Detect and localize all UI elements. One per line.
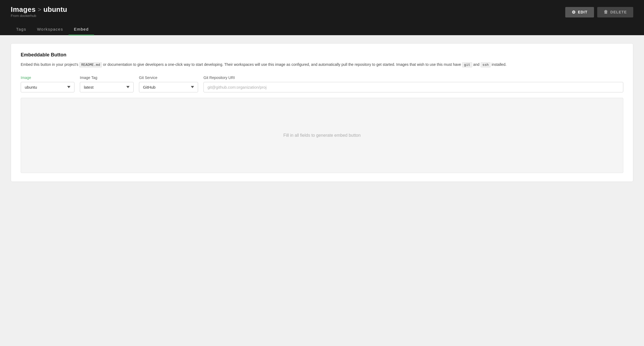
image-field-group: Image ubuntu (21, 75, 74, 92)
embed-card: Embeddable Button Embed this button in y… (11, 43, 633, 182)
breadcrumb-current: ubuntu (43, 5, 67, 14)
breadcrumb-separator: > (38, 6, 41, 13)
desc-part2: or documentation to give developers a on… (103, 62, 461, 67)
image-label: Image (21, 75, 74, 80)
desc-part3: and (473, 62, 480, 67)
git-repo-label: Git Repository URI (203, 75, 623, 80)
git-repo-input[interactable] (203, 82, 623, 92)
tab-embed[interactable]: Embed (69, 23, 94, 35)
git-service-select[interactable]: GitHub GitLab Bitbucket (139, 82, 198, 92)
gear-icon: ⚙ (572, 10, 576, 15)
readme-code: README.md (79, 62, 102, 67)
git-repo-field-group: Git Repository URI (203, 75, 623, 92)
edit-button[interactable]: ⚙ EDIT (565, 7, 594, 17)
header-top: Images > ubuntu From dockerhub ⚙ EDIT 🗑 … (11, 0, 633, 22)
main-content: Embeddable Button Embed this button in y… (0, 35, 644, 190)
header-subtitle: From dockerhub (11, 14, 67, 19)
ssh-code: ssh (481, 62, 491, 67)
header: Images > ubuntu From dockerhub ⚙ EDIT 🗑 … (0, 0, 644, 35)
embed-preview-area: Fill in all fields to generate embed but… (21, 98, 623, 173)
delete-button-label: DELETE (610, 10, 627, 14)
header-actions: ⚙ EDIT 🗑 DELETE (565, 7, 633, 17)
tab-tags[interactable]: Tags (11, 23, 32, 35)
breadcrumb: Images > ubuntu (11, 5, 67, 14)
desc-part1: Embed this button in your project's (21, 62, 78, 67)
image-tag-field-group: Image Tag latest (80, 75, 134, 92)
delete-button[interactable]: 🗑 DELETE (597, 7, 633, 17)
form-row: Image ubuntu Image Tag latest Git Servic… (21, 75, 623, 92)
header-left: Images > ubuntu From dockerhub (11, 5, 67, 19)
image-select[interactable]: ubuntu (21, 82, 74, 92)
trash-icon: 🗑 (604, 10, 608, 15)
git-service-label: Git Service (139, 75, 198, 80)
preview-placeholder: Fill in all fields to generate embed but… (283, 133, 360, 138)
desc-part4: installed. (492, 62, 506, 67)
tab-workspaces[interactable]: Workspaces (32, 23, 69, 35)
breadcrumb-parent: Images (11, 5, 36, 14)
image-tag-select[interactable]: latest (80, 82, 134, 92)
image-tag-label: Image Tag (80, 75, 134, 80)
card-title: Embeddable Button (21, 52, 623, 58)
git-code: git (462, 62, 472, 67)
tab-nav: Tags Workspaces Embed (11, 23, 633, 35)
git-service-field-group: Git Service GitHub GitLab Bitbucket (139, 75, 198, 92)
card-description: Embed this button in your project's READ… (21, 62, 623, 68)
edit-button-label: EDIT (578, 10, 588, 14)
